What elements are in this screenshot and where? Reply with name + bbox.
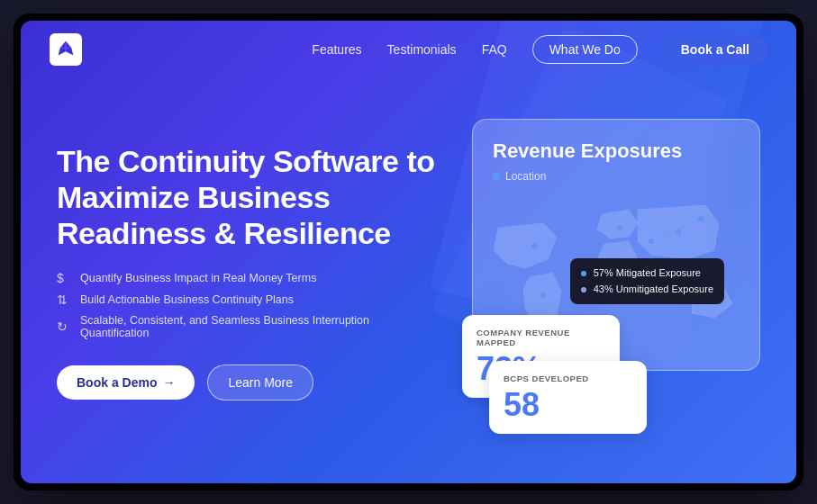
- feature-text-2: Build Actionable Business Continuity Pla…: [80, 293, 294, 306]
- dollar-icon: $: [57, 271, 71, 285]
- cta-buttons: Book a Demo → Learn More: [57, 364, 435, 400]
- book-demo-label: Book a Demo: [77, 375, 157, 390]
- feature-item-1: $ Quantify Business Impact in Real Money…: [57, 271, 435, 285]
- logo-svg: [55, 39, 77, 60]
- what-we-do-button[interactable]: What We Do: [532, 35, 638, 64]
- feature-text-3: Scalable, Consistent, and Seamless Busin…: [80, 314, 435, 339]
- feature-text-1: Quantify Business Impact in Real Money T…: [80, 272, 316, 284]
- book-demo-button[interactable]: Book a Demo →: [57, 365, 195, 400]
- tooltip-mitigated: 57% Mitigated Exposure: [581, 266, 713, 282]
- location-label: Location: [505, 170, 546, 183]
- device-frame: Features Testimonials FAQ What We Do Boo…: [14, 14, 803, 490]
- mitigated-dot: [581, 271, 586, 276]
- revenue-mapped-label: Company Revenue Mapped: [477, 328, 605, 347]
- nav-faq[interactable]: FAQ: [482, 42, 507, 57]
- screen: Features Testimonials FAQ What We Do Boo…: [21, 21, 796, 483]
- logo: [50, 33, 82, 66]
- unmitigated-dot: [581, 287, 586, 292]
- arrow-icon: →: [162, 375, 175, 390]
- exposure-tooltip: 57% Mitigated Exposure 43% Unmitigated E…: [570, 258, 724, 304]
- learn-more-button[interactable]: Learn More: [207, 364, 313, 400]
- bcps-label: BCPS DEVELOPED: [504, 374, 632, 383]
- feature-item-3: ↻ Scalable, Consistent, and Seamless Bus…: [57, 314, 435, 339]
- main-content: The Continuity Software to Maximize Busi…: [21, 78, 796, 483]
- feature-item-2: ⇅ Build Actionable Business Continuity P…: [57, 292, 435, 307]
- nav-features[interactable]: Features: [312, 42, 361, 57]
- tooltip-unmitigated: 43% Unmitigated Exposure: [581, 282, 713, 298]
- left-content: The Continuity Software to Maximize Busi…: [57, 143, 435, 400]
- bcps-card: BCPS DEVELOPED 58: [489, 361, 647, 434]
- card-main-title: Revenue Exposures: [493, 140, 740, 163]
- svg-point-11: [540, 292, 546, 298]
- book-call-button[interactable]: Book a Call: [663, 35, 767, 64]
- location-dot: [493, 173, 500, 180]
- nav-testimonials[interactable]: Testimonials: [387, 42, 457, 57]
- hero-headline: The Continuity Software to Maximize Busi…: [57, 143, 435, 251]
- logo-icon: [50, 33, 82, 66]
- svg-point-7: [617, 225, 622, 230]
- location-row: Location: [493, 170, 740, 183]
- arrows-icon: ⇅: [57, 292, 71, 307]
- bcps-value: 58: [504, 389, 632, 421]
- navbar: Features Testimonials FAQ What We Do Boo…: [21, 21, 796, 78]
- features-list: $ Quantify Business Impact in Real Money…: [57, 271, 435, 339]
- nav-links: Features Testimonials FAQ What We Do Boo…: [312, 35, 767, 64]
- svg-point-6: [531, 243, 537, 248]
- cycle-icon: ↻: [57, 320, 71, 334]
- right-dashboard: Revenue Exposures Location: [462, 119, 760, 425]
